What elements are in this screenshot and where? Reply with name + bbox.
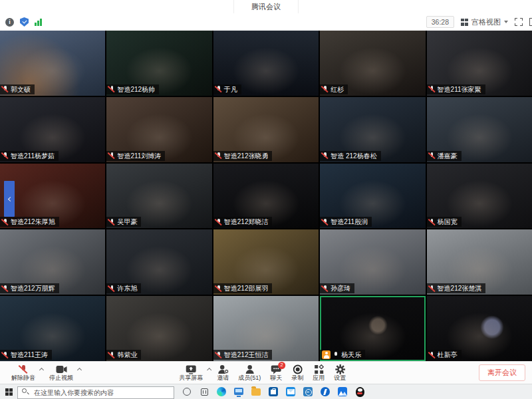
participant-tile[interactable]: 智造212王恒洁 bbox=[213, 296, 319, 361]
folder-icon bbox=[251, 388, 261, 396]
participant-name: 韩紫业 bbox=[117, 350, 137, 360]
start-button[interactable] bbox=[0, 384, 17, 399]
participant-tile[interactable]: 孙彦琦 bbox=[320, 229, 425, 295]
cortana-icon bbox=[183, 388, 191, 396]
search-input[interactable] bbox=[17, 386, 174, 399]
taskbar-item-mail[interactable] bbox=[282, 384, 299, 399]
participant-tile[interactable]: 红杉 bbox=[320, 31, 425, 96]
participant-tile[interactable]: 智造212邵展羽 bbox=[213, 229, 319, 295]
share-screen-icon bbox=[186, 365, 196, 374]
window-title: 腾讯会议 bbox=[233, 0, 299, 13]
members-button[interactable]: 成员(51) bbox=[238, 364, 261, 381]
apps-button[interactable]: 应用 bbox=[313, 364, 325, 381]
qq-penguin-icon bbox=[356, 387, 364, 397]
cortana-button[interactable] bbox=[178, 384, 196, 399]
previous-page-arrow[interactable] bbox=[4, 181, 15, 217]
camera-icon bbox=[56, 365, 67, 374]
view-mode-switcher[interactable]: 宫格视图 bbox=[461, 17, 508, 27]
participant-tile[interactable]: 许东旭 bbox=[106, 229, 211, 295]
participant-tile[interactable]: 潘嘉豪 bbox=[427, 97, 532, 162]
participant-name: 杨国宽 bbox=[438, 217, 458, 227]
muted-mic-icon bbox=[322, 152, 329, 160]
stop-video-button[interactable]: 停止视频 bbox=[49, 364, 73, 381]
participant-tile[interactable]: 杨国宽 bbox=[427, 164, 532, 229]
unmute-button[interactable]: 解除静音 bbox=[11, 364, 35, 381]
security-shield-icon[interactable] bbox=[20, 17, 29, 27]
participant-tile[interactable]: 智造211张家聚 bbox=[427, 31, 532, 96]
leave-meeting-button[interactable]: 离开会议 bbox=[479, 364, 525, 381]
participant-tile-active-speaker[interactable]: 杨天乐 bbox=[320, 296, 425, 361]
participant-tile[interactable]: 智造211杨梦茹 bbox=[0, 97, 105, 162]
participant-tile[interactable]: 智造211王涛 bbox=[0, 296, 105, 361]
participant-tile[interactable]: 郭文硕 bbox=[0, 31, 105, 96]
participant-name: 智造211王涛 bbox=[11, 350, 48, 360]
participant-tile[interactable]: 韩紫业 bbox=[106, 296, 211, 361]
video-options-chevron-icon[interactable] bbox=[77, 368, 82, 372]
taskbar-item-qq[interactable] bbox=[351, 384, 368, 399]
muted-mic-icon bbox=[2, 218, 9, 226]
participant-name-tag: 智造212邵展羽 bbox=[213, 283, 273, 293]
participant-name-tag: 智造211殷润 bbox=[320, 217, 372, 227]
participant-name: 智造212郑晓洁 bbox=[224, 217, 269, 227]
participant-name-tag: 杨天乐 bbox=[320, 350, 365, 360]
participant-name-tag: 潘嘉豪 bbox=[427, 151, 462, 161]
participant-tile[interactable]: 吴甲豪 bbox=[106, 164, 211, 229]
settings-button[interactable]: 设置 bbox=[334, 364, 346, 381]
edge-browser-icon bbox=[217, 387, 226, 396]
participant-tile[interactable]: 智造212万朋辉 bbox=[0, 229, 105, 295]
members-label: 成员(51) bbox=[238, 375, 261, 381]
participant-name-tag: 红杉 bbox=[320, 84, 348, 94]
meeting-info-icon[interactable]: i bbox=[5, 18, 14, 27]
participant-name-tag: 智造 212杨春松 bbox=[320, 151, 380, 161]
share-options-chevron-icon[interactable] bbox=[207, 368, 211, 372]
record-button[interactable]: 录制 bbox=[291, 364, 303, 381]
participant-name-tag: 智造212王恒洁 bbox=[213, 350, 273, 360]
muted-mic-icon bbox=[2, 351, 9, 359]
gear-icon bbox=[335, 364, 345, 374]
muted-mic-icon bbox=[429, 152, 436, 160]
participant-name: 智造212万朋辉 bbox=[11, 283, 55, 293]
taskbar-item-store[interactable] bbox=[265, 384, 282, 399]
participant-name-tag: 孙彦琦 bbox=[320, 283, 354, 293]
network-signal-icon[interactable] bbox=[35, 18, 42, 26]
participant-name-tag: 智造211刘博涛 bbox=[106, 151, 165, 161]
share-screen-button[interactable]: 共享屏幕 bbox=[179, 364, 203, 381]
participant-tile[interactable]: 智造212杨帅 bbox=[106, 31, 211, 96]
invite-button[interactable]: 邀请 bbox=[217, 364, 229, 381]
windows-logo-icon bbox=[5, 388, 13, 396]
participant-name-tag: 于凡 bbox=[213, 84, 241, 94]
taskbar-item-edge[interactable] bbox=[213, 384, 230, 399]
participant-name: 智造212张晓勇 bbox=[224, 151, 269, 161]
mail-envelope-icon bbox=[286, 387, 295, 396]
chat-button[interactable]: 2 聊天 bbox=[270, 364, 282, 381]
fullscreen-icon[interactable] bbox=[515, 18, 523, 26]
participant-tile[interactable]: 杜新亭 bbox=[427, 296, 532, 361]
participant-tile[interactable]: 智造212郑晓洁 bbox=[213, 164, 319, 229]
mic-options-chevron-icon[interactable] bbox=[39, 368, 44, 372]
apps-grid-icon bbox=[314, 364, 324, 374]
muted-mic-icon bbox=[429, 285, 436, 293]
participant-tile[interactable]: 智造 212杨春松 bbox=[320, 97, 425, 162]
taskbar-item-docs-app[interactable] bbox=[334, 384, 351, 399]
participant-tile[interactable]: 智造211殷润 bbox=[320, 164, 425, 229]
participant-tile[interactable]: 智造212朱厚旭 bbox=[0, 164, 105, 229]
participant-name-tag: 韩紫业 bbox=[106, 350, 141, 360]
participant-name: 于凡 bbox=[224, 84, 237, 94]
taskbar-item-remote-app[interactable] bbox=[299, 384, 317, 399]
participant-name: 智造212杨帅 bbox=[117, 84, 155, 94]
circle-minus-app-icon bbox=[303, 387, 313, 396]
task-view-button[interactable] bbox=[196, 384, 213, 399]
meeting-topbar: i 36:28 宫格视图 bbox=[0, 13, 532, 31]
taskbar-item-this-pc[interactable] bbox=[230, 384, 247, 399]
muted-mic-icon bbox=[108, 218, 115, 226]
taskbar-item-file-explorer[interactable] bbox=[247, 384, 265, 399]
chat-label: 聊天 bbox=[270, 375, 282, 381]
muted-mic-icon bbox=[2, 285, 9, 293]
participant-tile[interactable]: 智造212张楚淇 bbox=[427, 229, 532, 295]
participant-tile[interactable]: 于凡 bbox=[213, 31, 319, 96]
taskbar-item-meeting-app[interactable] bbox=[317, 384, 334, 399]
participant-tile[interactable]: 智造212张晓勇 bbox=[213, 97, 319, 162]
muted-mic-icon bbox=[215, 285, 222, 293]
taskbar-search[interactable] bbox=[17, 386, 174, 398]
participant-tile[interactable]: 智造211刘博涛 bbox=[106, 97, 211, 162]
